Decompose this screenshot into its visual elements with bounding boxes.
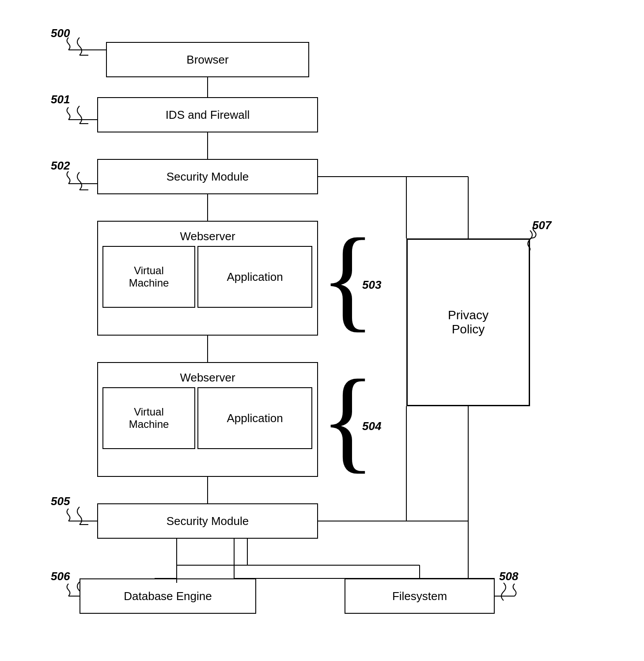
diagram: 500 501 502 505 506 Browser IDS and Fire… [0, 0, 644, 661]
squiggle-508 [499, 578, 530, 603]
application2-label: Application [227, 412, 283, 425]
database-engine-box: Database Engine [80, 578, 256, 614]
ids-firewall-label: IDS and Firewall [166, 108, 250, 122]
privacy-policy-label: Privacy Policy [448, 308, 489, 336]
squiggle-507 [526, 226, 557, 250]
security-module-bottom-label: Security Module [167, 514, 249, 528]
label-504: 504 [362, 419, 381, 433]
browser-label: Browser [186, 53, 228, 67]
squiggle-505 [53, 502, 88, 529]
webserver2-label: Webserver [180, 371, 235, 385]
squiggle-500 [53, 33, 88, 60]
security-module-top-label: Security Module [167, 170, 249, 184]
squiggle-501 [53, 102, 88, 128]
filesystem-box: Filesystem [345, 578, 495, 614]
squiggle-502 [53, 168, 88, 194]
filesystem-label: Filesystem [392, 589, 447, 603]
virtual-machine1-label: Virtual Machine [129, 264, 169, 289]
security-module-bottom-box: Security Module [97, 503, 318, 539]
browser-box: Browser [106, 42, 309, 77]
webserver1-outer-box: Webserver Virtual Machine Application [97, 221, 318, 336]
virtual-machine2-label: Virtual Machine [129, 406, 169, 431]
privacy-policy-box: Privacy Policy [406, 238, 530, 406]
webserver1-label: Webserver [180, 230, 235, 243]
security-module-top-box: Security Module [97, 159, 318, 194]
webserver2-outer-box: Webserver Virtual Machine Application [97, 362, 318, 477]
label-503: 503 [362, 278, 381, 292]
application1-label: Application [227, 270, 283, 284]
ids-firewall-box: IDS and Firewall [97, 97, 318, 132]
database-engine-label: Database Engine [124, 589, 212, 603]
